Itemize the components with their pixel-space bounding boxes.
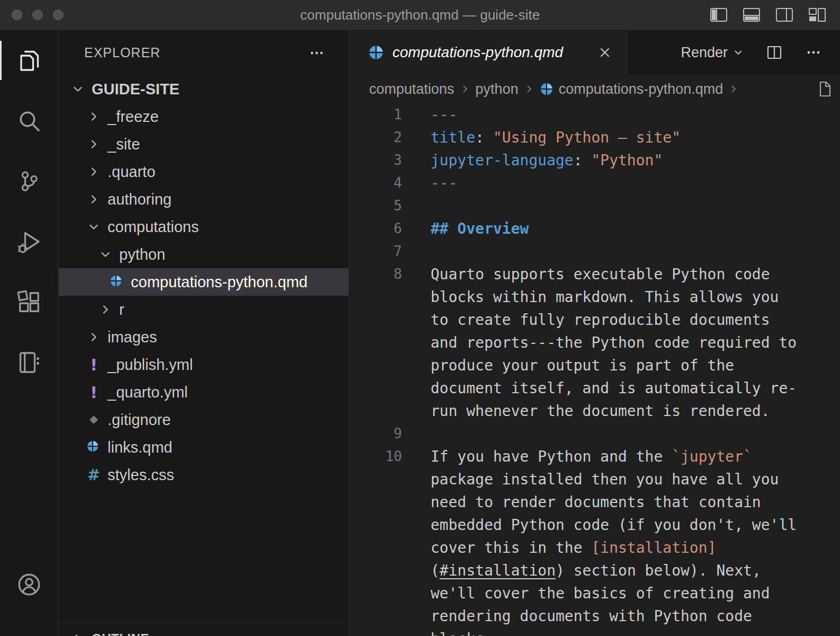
line-number: 5 xyxy=(349,195,402,217)
traffic-light-close[interactable] xyxy=(12,10,22,20)
explorer-more-actions-icon[interactable] xyxy=(308,45,325,61)
tree-item-publish-yml[interactable]: !_publish.yml xyxy=(59,351,348,378)
tree-item-gitignore[interactable]: .gitignore xyxy=(59,406,348,434)
files-icon xyxy=(16,48,42,73)
code-line-text[interactable] xyxy=(431,422,797,445)
code-segment: ) xyxy=(556,562,565,579)
chevron-right-icon xyxy=(728,84,739,94)
code-line-text[interactable] xyxy=(431,195,797,217)
chevron-down-icon xyxy=(96,241,115,268)
tree-item-links-qmd[interactable]: links.qmd xyxy=(59,434,348,461)
breadcrumb-computations[interactable]: computations xyxy=(369,81,454,98)
traffic-light-minimize[interactable] xyxy=(32,10,43,20)
window-layout-controls xyxy=(710,0,826,30)
tree-item-r[interactable]: r xyxy=(59,296,348,323)
tree-item-freeze[interactable]: _freeze xyxy=(59,103,348,130)
code-segment: : xyxy=(574,152,592,169)
code-line-7: 7 xyxy=(349,240,840,263)
code-segment: Quarto supports executable Python code b… xyxy=(431,266,806,420)
tree-item-label: computations-python.qmd xyxy=(131,273,308,291)
tab-computations-python-qmd[interactable]: computations-python.qmd xyxy=(349,30,628,75)
chevron-right-icon xyxy=(84,186,103,213)
breadcrumb-label: computations xyxy=(369,81,454,98)
toggle-panel-icon[interactable] xyxy=(743,7,761,22)
code-line-2: 2title: "Using Python — site" xyxy=(349,126,840,149)
breadcrumb-label: computations-python.qmd xyxy=(559,81,723,98)
title-bar: computations-python.qmd — guide-site xyxy=(0,0,840,30)
tree-item-label: _publish.yml xyxy=(108,356,193,374)
code-line-4: 4--- xyxy=(349,172,840,195)
tree-item-label: r xyxy=(119,301,124,319)
activity-account-icon[interactable] xyxy=(0,554,58,615)
yaml-file-icon: ! xyxy=(84,378,103,406)
code-line-text[interactable]: If you have Python and the `jupyter` pac… xyxy=(431,445,797,636)
code-line-3: 3jupyter-language: "Python" xyxy=(349,149,840,172)
toggle-primary-sidebar-icon[interactable] xyxy=(710,7,728,22)
editor-content[interactable]: 1---2title: "Using Python — site"3jupyte… xyxy=(349,103,840,636)
file-icon[interactable] xyxy=(818,81,833,98)
chevron-down-icon xyxy=(68,75,87,103)
code-segment: --- xyxy=(431,174,458,192)
traffic-light-zoom[interactable] xyxy=(53,10,64,20)
line-number: 2 xyxy=(349,126,402,149)
tree-item-label: authoring xyxy=(108,191,172,208)
breadcrumb-computations-python-qmd[interactable]: computations-python.qmd xyxy=(540,81,723,98)
outline-section-header[interactable]: OUTLINE xyxy=(59,622,348,636)
code-segment: [installation] xyxy=(591,539,716,556)
activity-bar xyxy=(0,30,58,636)
line-number: 9 xyxy=(349,422,402,445)
quarto-icon xyxy=(540,82,553,96)
line-number: 1 xyxy=(349,103,402,126)
code-line-text[interactable]: Quarto supports executable Python code b… xyxy=(431,263,797,422)
split-editor-icon[interactable] xyxy=(766,44,783,61)
code-line-5: 5 xyxy=(349,195,840,217)
line-number: 8 xyxy=(349,263,402,422)
tree-item-computations[interactable]: computations xyxy=(59,213,348,241)
chevron-down-icon xyxy=(84,213,103,241)
breadcrumb: computationspythoncomputations-python.qm… xyxy=(349,75,840,103)
code-line-text[interactable]: --- xyxy=(431,172,797,195)
tree-item-guide-site[interactable]: GUIDE-SITE xyxy=(59,75,348,103)
more-actions-icon[interactable] xyxy=(805,44,822,61)
file-tree: GUIDE-SITE_freeze_site.quartoauthoringco… xyxy=(59,75,348,489)
account-icon xyxy=(16,572,42,597)
tree-item-python[interactable]: python xyxy=(59,241,348,268)
code-line-text[interactable]: --- xyxy=(431,103,797,126)
tree-item-styles-css[interactable]: #styles.css xyxy=(59,461,348,489)
code-line-1: 1--- xyxy=(349,103,840,126)
tree-item-authoring[interactable]: authoring xyxy=(59,186,348,213)
code-line-text[interactable]: title: "Using Python — site" xyxy=(431,126,797,149)
code-line-text[interactable]: ## Overview xyxy=(431,217,797,240)
activity-run-debug-icon[interactable] xyxy=(0,211,58,272)
breadcrumb-python[interactable]: python xyxy=(476,81,519,98)
activity-files-icon[interactable] xyxy=(0,30,58,91)
tree-item-site[interactable]: _site xyxy=(59,130,348,158)
customize-layout-icon[interactable] xyxy=(808,7,826,22)
tree-item-label: _site xyxy=(108,136,140,153)
code-segment: jupyter-language xyxy=(431,152,574,169)
line-number: 3 xyxy=(349,149,402,172)
css-file-icon: # xyxy=(84,461,103,489)
activity-extensions-icon[interactable] xyxy=(0,272,58,332)
toggle-secondary-sidebar-icon[interactable] xyxy=(775,7,793,22)
explorer-title: EXPLORER xyxy=(84,45,160,60)
tree-item-computations-python-qmd[interactable]: computations-python.qmd xyxy=(59,268,348,296)
close-icon[interactable] xyxy=(598,46,611,59)
tab-bar: computations-python.qmd Render xyxy=(349,30,840,75)
code-segment: "Python" xyxy=(591,152,663,169)
code-line-text[interactable] xyxy=(431,240,797,263)
activity-notebook-icon[interactable] xyxy=(0,332,58,393)
code-segment: title xyxy=(431,129,475,146)
chevron-down-icon xyxy=(733,47,744,58)
code-line-8: 8Quarto supports executable Python code … xyxy=(349,263,840,422)
tree-item-quarto-yml[interactable]: !_quarto.yml xyxy=(59,378,348,406)
quarto-file-icon xyxy=(84,434,103,461)
tree-item-label: styles.css xyxy=(108,466,174,484)
activity-search-icon[interactable] xyxy=(0,91,58,151)
code-line-text[interactable]: jupyter-language: "Python" xyxy=(431,149,797,172)
tree-item-quarto[interactable]: .quarto xyxy=(59,158,348,186)
tree-item-images[interactable]: images xyxy=(59,323,348,351)
activity-source-control-icon[interactable] xyxy=(0,151,58,211)
editor-actions: Render xyxy=(681,30,840,75)
render-button[interactable]: Render xyxy=(681,45,744,61)
